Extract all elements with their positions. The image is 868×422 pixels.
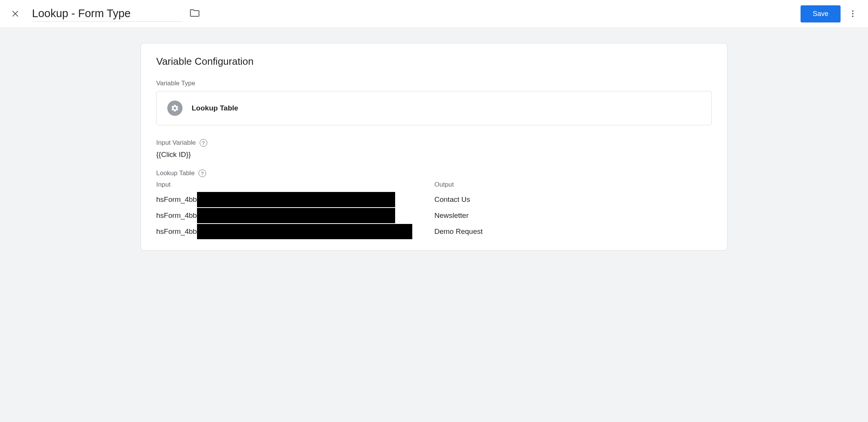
folder-icon xyxy=(189,7,200,19)
table-row: hsForm_4bb Demo Request xyxy=(156,224,712,240)
title-wrap xyxy=(32,6,200,22)
lookup-table-label-text: Lookup Table xyxy=(156,169,195,177)
column-input-header: Input xyxy=(156,181,434,189)
input-variable-label-text: Input Variable xyxy=(156,139,196,147)
input-cell-text: hsForm_4bb xyxy=(156,195,197,204)
variable-type-selector[interactable]: Lookup Table xyxy=(156,91,712,125)
save-button[interactable]: Save xyxy=(801,5,841,22)
header-actions: Save xyxy=(801,5,862,23)
variable-configuration-card: Variable Configuration Variable Type Loo… xyxy=(141,43,727,251)
output-cell: Demo Request xyxy=(434,227,483,236)
variable-type-label: Variable Type xyxy=(156,80,712,87)
more-vert-icon xyxy=(848,9,857,18)
input-variable-value: {{Click ID}} xyxy=(156,150,712,159)
close-button[interactable] xyxy=(6,5,24,23)
table-row: hsForm_4bb Contact Us xyxy=(156,192,712,208)
help-icon[interactable]: ? xyxy=(199,169,206,177)
redacted-block xyxy=(197,192,395,207)
input-variable-label: Input Variable ? xyxy=(156,139,712,147)
input-cell: hsForm_4bb xyxy=(156,192,434,207)
svg-point-2 xyxy=(852,10,854,12)
more-menu-button[interactable] xyxy=(844,5,862,23)
svg-point-4 xyxy=(852,16,854,17)
close-icon xyxy=(11,9,20,18)
column-output-header: Output xyxy=(434,181,454,189)
lookup-table-label: Lookup Table ? xyxy=(156,169,712,177)
input-cell-text: hsForm_4bb xyxy=(156,211,197,220)
output-cell: Contact Us xyxy=(434,195,470,204)
content-area: Variable Configuration Variable Type Loo… xyxy=(0,28,868,266)
gear-icon xyxy=(171,104,179,112)
redacted-block xyxy=(197,224,412,239)
table-row: hsForm_4bb Newsletter xyxy=(156,208,712,224)
variable-type-name: Lookup Table xyxy=(192,104,238,112)
variable-name-input[interactable] xyxy=(32,6,183,22)
help-icon[interactable]: ? xyxy=(200,139,207,147)
table-header: Input Output xyxy=(156,181,712,189)
output-cell: Newsletter xyxy=(434,211,469,220)
variable-type-icon-wrap xyxy=(167,101,183,116)
folder-button[interactable] xyxy=(189,7,200,20)
svg-point-3 xyxy=(852,13,854,14)
card-title: Variable Configuration xyxy=(156,56,712,67)
input-cell: hsForm_4bb xyxy=(156,208,434,223)
input-cell: hsForm_4bb xyxy=(156,224,434,239)
lookup-table: Input Output hsForm_4bb Contact Us hsFor… xyxy=(156,181,712,240)
input-cell-text: hsForm_4bb xyxy=(156,227,197,236)
redacted-block xyxy=(197,208,395,223)
editor-header: Save xyxy=(0,0,868,28)
